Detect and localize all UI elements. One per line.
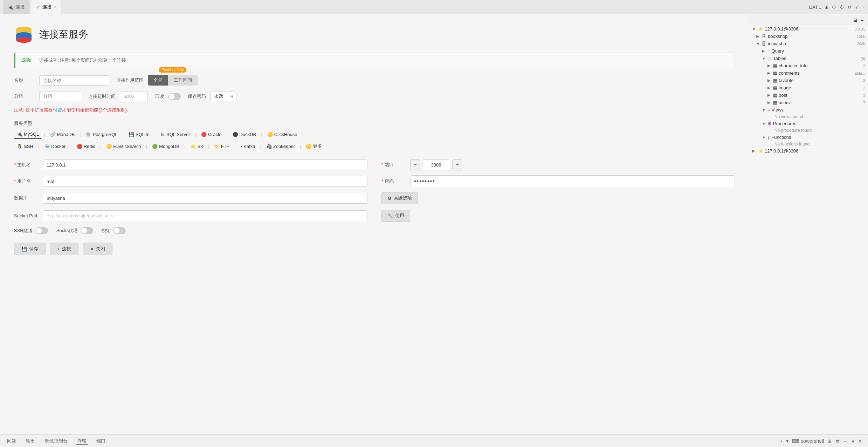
password-input[interactable] xyxy=(410,175,735,187)
active-tab[interactable]: ✓ 连接 × xyxy=(31,0,61,14)
bottom-close-icon[interactable]: ✕ xyxy=(858,438,862,444)
tree-query[interactable]: ▶ ≡ Query xyxy=(749,47,868,55)
bottom-add-icon[interactable]: + xyxy=(780,438,783,444)
ssl-toggle[interactable] xyxy=(113,227,126,234)
connection1-version: 8.0.35 xyxy=(854,27,865,31)
advanced-row: ⚙ 高级选项 xyxy=(381,192,735,204)
tree-procedures[interactable]: ▼ ⚙ Procedures xyxy=(749,120,868,127)
connect-button[interactable]: + 连接 xyxy=(50,243,78,255)
service-sqlite[interactable]: 💾SQLite xyxy=(126,130,152,138)
socket-input[interactable] xyxy=(43,210,367,221)
service-zookeeper[interactable]: 🦓Zookeeper xyxy=(263,142,298,150)
sidebar-layout-icon[interactable]: ⊞ xyxy=(853,18,857,23)
service-postgresql[interactable]: 🐘PostgreSQL xyxy=(83,130,120,138)
ssl-label: SSL xyxy=(102,228,110,233)
bottom-tab-debug[interactable]: 调试控制台 xyxy=(43,438,69,444)
service-kafka[interactable]: ▪Kafka xyxy=(238,142,258,150)
ssh-toggle[interactable] xyxy=(35,227,48,234)
bottom-more-icon[interactable]: ··· xyxy=(843,438,848,444)
port-input[interactable] xyxy=(422,160,450,170)
group-input[interactable] xyxy=(39,91,81,101)
tree-bookshop[interactable]: ▶ 🗄 bookshop 128k xyxy=(749,33,868,40)
plus-icon[interactable]: + xyxy=(862,5,865,10)
name-input[interactable] xyxy=(39,75,109,86)
settings-icon[interactable]: ⚙ xyxy=(832,5,836,10)
tree-views[interactable]: ▼ ≡ Views xyxy=(749,106,868,114)
group-row: 分组 连接超时时间 只读 保存密码 永远 不保存 会话 ▼ xyxy=(14,91,735,101)
tree-table-comments[interactable]: ▶ ▦ comments Table... xyxy=(749,69,868,77)
s3-icon: ⭐ xyxy=(190,144,196,149)
scope-workspace-button[interactable]: 工作区间 xyxy=(168,75,198,86)
database-input[interactable] xyxy=(43,193,367,204)
query-chevron-icon: ▶ xyxy=(762,49,766,53)
service-mariadb[interactable]: 🔗MariaDB xyxy=(47,130,78,138)
service-docker[interactable]: 🐳Docker xyxy=(41,142,68,150)
expand-icon[interactable]: ⤢ xyxy=(855,5,859,10)
bottom-trash-icon[interactable]: 🗑 xyxy=(835,438,840,444)
service-more[interactable]: 🟡更多 xyxy=(303,142,325,151)
views-empty: No views found. xyxy=(749,114,868,120)
service-elasticsearch[interactable]: 🟡ElasticSearch xyxy=(103,142,144,150)
tree-connection1[interactable]: ▼ ⚡ 127.0.0.1@3306 8.0.35 xyxy=(749,25,868,33)
tree-table-image[interactable]: ▶ ▦ image 2 xyxy=(749,84,868,92)
tree-table-character_info[interactable]: ▶ ▦ character_info 3 xyxy=(749,62,868,69)
advanced-button[interactable]: ⚙ 高级选项 xyxy=(381,192,418,204)
tree-tables[interactable]: ▼ ▦ Tables (6) xyxy=(749,55,868,62)
close-button[interactable]: ✕ 关闭 xyxy=(83,243,112,255)
inactive-tab[interactable]: 🔌 连接 xyxy=(3,0,29,14)
wrench-icon: 🔧 xyxy=(387,213,393,218)
username-input[interactable] xyxy=(43,176,367,187)
layout-icon[interactable]: ⊞ xyxy=(825,5,828,10)
save-pwd-select[interactable]: 永远 不保存 会话 xyxy=(210,91,236,101)
table-icon6: ▦ xyxy=(773,100,777,105)
scope-global-button[interactable]: 全局 xyxy=(148,75,168,86)
hostname-input[interactable] xyxy=(43,160,367,170)
timeout-input[interactable] xyxy=(120,91,148,101)
tree-table-post[interactable]: ▶ ▦ post 3 xyxy=(749,92,868,99)
warning-link[interactable]: 付费 xyxy=(53,107,62,113)
port-plus-button[interactable]: + xyxy=(452,159,462,170)
tree-functions[interactable]: ▼ ƒ Functions xyxy=(749,134,868,141)
hostname-row: * 主机名 xyxy=(14,159,367,170)
tree-table-favorite[interactable]: ▶ ▦ favorite 3 xyxy=(749,77,868,84)
use-button[interactable]: 🔧 使用 xyxy=(381,210,410,222)
bottom-tab-issues[interactable]: 问题 xyxy=(6,438,18,444)
history-icon[interactable]: ⏱ xyxy=(840,5,844,10)
port-row: * 端口 − + xyxy=(381,159,735,170)
bottom-tab-terminal[interactable]: 终端 xyxy=(76,438,88,445)
save-button[interactable]: 💾 保存 xyxy=(14,243,46,255)
bottom-tab-port[interactable]: 端口 xyxy=(95,438,107,444)
bottom-tab-output[interactable]: 输出 xyxy=(25,438,36,444)
service-s3[interactable]: ⭐S3 xyxy=(187,142,206,150)
inactive-tab-label: 连接 xyxy=(15,4,25,10)
bookshop-size: 128k xyxy=(857,34,865,39)
save-pwd-select-wrapper: 永远 不保存 会话 ▼ xyxy=(210,91,236,101)
service-mongodb[interactable]: 🟢MongoDB xyxy=(149,142,182,150)
bottom-dropdown-icon[interactable]: ▾ xyxy=(786,438,788,444)
bottom-layout-icon[interactable]: ⊞ xyxy=(827,438,832,444)
sqlite-icon: 💾 xyxy=(129,132,134,137)
tree-inuyasha[interactable]: ▼ 🗄 inuyasha 208k xyxy=(749,40,868,47)
refresh-icon[interactable]: ↺ xyxy=(848,5,852,10)
save-button-label: 保存 xyxy=(29,246,38,252)
kafka-icon: ▪ xyxy=(241,144,242,149)
sidebar-more-icon[interactable]: ··· xyxy=(861,18,864,23)
port-minus-button[interactable]: − xyxy=(410,159,420,170)
service-duckdb[interactable]: ⚫DuckDB xyxy=(230,130,259,138)
socks-toggle[interactable] xyxy=(81,227,93,234)
service-oracle[interactable]: 🔴Oracle xyxy=(198,130,224,138)
tree-connection2[interactable]: ▶ ⚡ 127.0.0.1@3306 xyxy=(749,147,868,155)
service-redis[interactable]: 🔴Redis xyxy=(74,142,98,150)
socks-label: Socks代理 xyxy=(56,228,78,234)
tab-close-button[interactable]: × xyxy=(54,5,56,9)
readonly-toggle[interactable] xyxy=(168,93,181,100)
service-clickhouse[interactable]: 🟡ClickHouse xyxy=(264,130,300,138)
service-mysql[interactable]: 🔌MySQL xyxy=(14,130,42,139)
table-chevron-icon6: ▶ xyxy=(767,100,772,105)
tree-table-users[interactable]: ▶ ▦ users 7 xyxy=(749,99,868,106)
service-ssh[interactable]: 🐧SSH xyxy=(14,142,36,150)
bottom-up-icon[interactable]: ∧ xyxy=(851,438,855,444)
tables-icon: ▦ xyxy=(767,56,772,61)
service-sqlserver[interactable]: 🖥SQL Server xyxy=(158,130,193,138)
service-ftp[interactable]: 📁FTP xyxy=(211,142,233,150)
